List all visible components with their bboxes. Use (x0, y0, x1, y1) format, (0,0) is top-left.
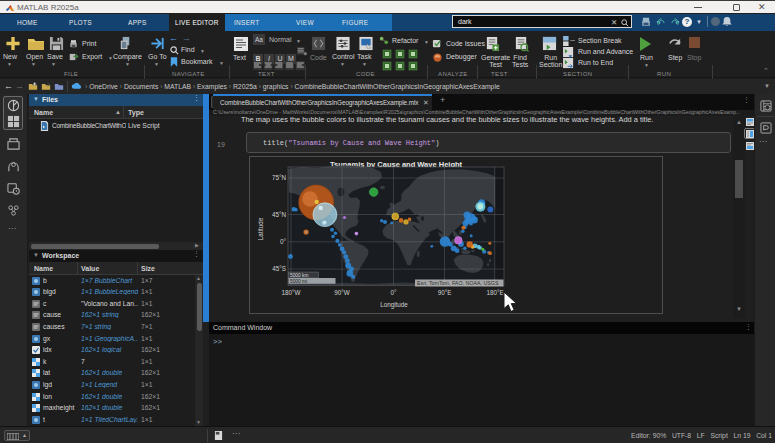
svg-text:5000 mi: 5000 mi (290, 279, 307, 284)
svg-text:90°E: 90°E (438, 289, 452, 296)
svg-text:0°: 0° (280, 238, 287, 245)
svg-text:5000 km: 5000 km (290, 273, 308, 278)
svg-text:45°S: 45°S (272, 265, 286, 272)
svg-text:75°N: 75°N (272, 174, 287, 181)
svg-text:45°N: 45°N (272, 211, 287, 218)
svg-text:Latitude: Latitude (257, 217, 264, 240)
svg-text:90°W: 90°W (334, 289, 350, 296)
svg-text:Longitude: Longitude (380, 301, 408, 309)
svg-text:0°: 0° (390, 289, 397, 296)
svg-text:Esri, TomTom, FAO, NOAA, USGS: Esri, TomTom, FAO, NOAA, USGS (417, 280, 499, 286)
svg-text:180°W: 180°W (282, 289, 301, 296)
svg-text:180°E: 180°E (486, 289, 503, 296)
